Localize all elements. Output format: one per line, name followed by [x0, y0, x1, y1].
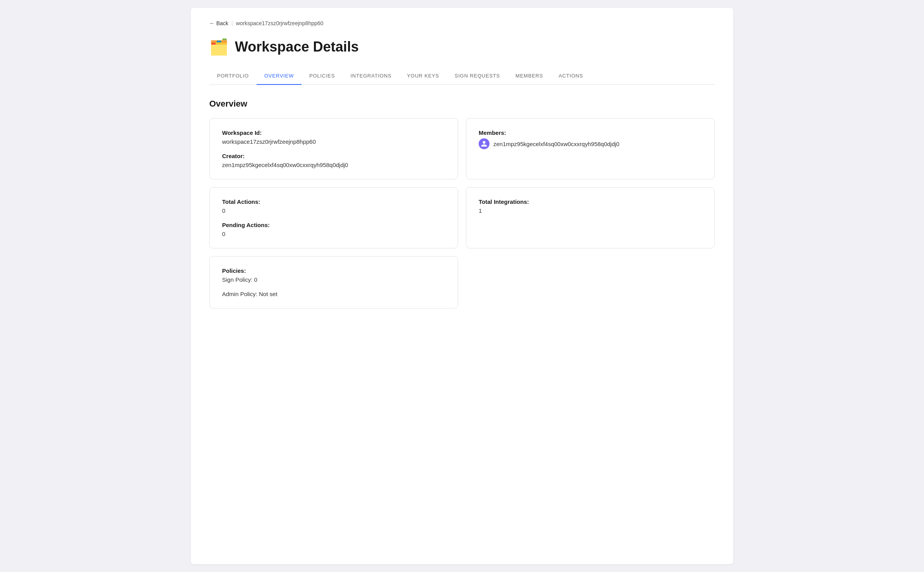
tab-policies[interactable]: POLICIES — [302, 67, 343, 85]
actions-card: Total Actions: 0 Pending Actions: 0 — [209, 187, 458, 248]
page-title: Workspace Details — [235, 39, 359, 55]
breadcrumb-separator: | — [231, 20, 233, 26]
creator-value: zen1mpz95kgecelxf4sq00xw0cxxrqyh958q0djd… — [222, 162, 445, 168]
tabs-container: PORTFOLIO OVERVIEW POLICIES INTEGRATIONS… — [209, 67, 715, 85]
tab-overview[interactable]: OVERVIEW — [257, 67, 302, 85]
page-header: 🗂️ Workspace Details — [209, 39, 715, 55]
section-title: Overview — [209, 99, 715, 109]
back-link[interactable]: ← Back — [209, 20, 228, 26]
member-name: zen1mpz95kgecelxf4sq00xw0cxxrqyh958q0djd… — [493, 141, 619, 147]
policies-card: Policies: Sign Policy: 0 Admin Policy: N… — [209, 256, 458, 308]
member-row: zen1mpz95kgecelxf4sq00xw0cxxrqyh958q0djd… — [479, 138, 702, 149]
tabs-list: PORTFOLIO OVERVIEW POLICIES INTEGRATIONS… — [209, 67, 715, 84]
tab-actions[interactable]: ACTIONS — [551, 67, 591, 85]
tab-integrations[interactable]: INTEGRATIONS — [343, 67, 399, 85]
policies-label: Policies: — [222, 267, 445, 274]
user-icon — [481, 140, 488, 147]
breadcrumb-current: workspace17zsz0rjrwfzeejnp8hpp60 — [236, 20, 324, 26]
pending-actions-label: Pending Actions: — [222, 222, 445, 228]
pending-actions-value: 0 — [222, 231, 445, 237]
workspace-id-card: Workspace Id: workspace17zsz0rjrwfzeejnp… — [209, 118, 458, 179]
tab-members[interactable]: MEMBERS — [508, 67, 551, 85]
integrations-label: Total Integrations: — [479, 198, 702, 205]
members-card: Members: zen1mpz95kgecelxf4sq00xw0cxxrqy… — [466, 118, 715, 179]
total-actions-value: 0 — [222, 207, 445, 214]
tab-portfolio[interactable]: PORTFOLIO — [209, 67, 257, 85]
avatar — [479, 138, 490, 149]
page-container: ← Back | workspace17zsz0rjrwfzeejnp8hpp6… — [191, 8, 733, 564]
tab-sign-requests[interactable]: SIGN REQUESTS — [447, 67, 508, 85]
tab-your-keys[interactable]: YOUR KEYS — [399, 67, 447, 85]
back-label: ← Back — [209, 20, 228, 26]
integrations-value: 1 — [479, 207, 702, 214]
members-label: Members: — [479, 129, 702, 136]
total-actions-label: Total Actions: — [222, 198, 445, 205]
creator-label: Creator: — [222, 153, 445, 159]
workspace-id-value: workspace17zsz0rjrwfzeejnp8hpp60 — [222, 138, 445, 145]
breadcrumb: ← Back | workspace17zsz0rjrwfzeejnp8hpp6… — [209, 20, 715, 26]
workspace-id-label: Workspace Id: — [222, 129, 445, 136]
workspace-icon: 🗂️ — [209, 39, 229, 55]
sign-policy-value: Sign Policy: 0 — [222, 276, 445, 283]
integrations-card: Total Integrations: 1 — [466, 187, 715, 248]
admin-policy-value: Admin Policy: Not set — [222, 291, 445, 297]
cards-grid: Workspace Id: workspace17zsz0rjrwfzeejnp… — [209, 118, 715, 308]
